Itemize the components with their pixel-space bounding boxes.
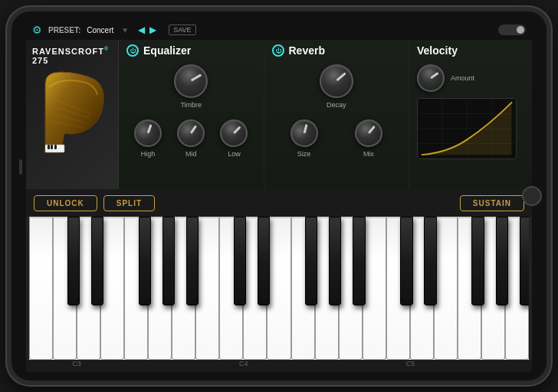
- home-button[interactable]: [522, 186, 542, 206]
- unlock-button[interactable]: UNLOCK: [34, 195, 97, 211]
- black-key[interactable]: [186, 217, 199, 305]
- app-title: RAVENSCROFT® 275: [32, 46, 112, 65]
- black-key[interactable]: [496, 217, 508, 305]
- reverb-power-button[interactable]: ⏻: [272, 44, 284, 57]
- reverb-title: Reverb: [289, 44, 325, 57]
- black-key[interactable]: [258, 217, 270, 305]
- c3-label: C3: [72, 360, 81, 368]
- controls-row: RAVENSCROFT® 275: [26, 40, 532, 189]
- white-key[interactable]: [434, 217, 458, 360]
- c4-label: C4: [239, 360, 248, 368]
- eq-title: Equalizer: [143, 44, 191, 57]
- piano-image-panel: RAVENSCROFT® 275: [26, 40, 118, 189]
- power-toggle[interactable]: [498, 24, 526, 35]
- preset-name: Concert: [87, 26, 113, 34]
- size-knob[interactable]: [287, 116, 321, 150]
- top-bar: ⚙ PRESET: Concert ▼ ◀ ▶ SAVE: [26, 20, 532, 40]
- split-button[interactable]: SPLIT: [103, 195, 155, 211]
- velocity-amount-knob[interactable]: [412, 60, 449, 96]
- low-knob[interactable]: [217, 116, 251, 150]
- low-label: Low: [228, 150, 241, 158]
- mix-knob[interactable]: [353, 117, 385, 149]
- white-key[interactable]: [267, 217, 290, 360]
- size-knob-group: Size: [290, 119, 318, 158]
- prev-button[interactable]: ◀: [138, 24, 145, 35]
- preset-dropdown-icon[interactable]: ▼: [121, 26, 129, 34]
- svg-rect-1: [48, 145, 50, 149]
- decay-knob-group: Decay: [320, 64, 353, 109]
- white-keys: [29, 217, 529, 360]
- reverb-header: ⏻ Reverb: [272, 44, 402, 57]
- black-key[interactable]: [424, 217, 436, 305]
- svg-rect-3: [54, 145, 57, 149]
- trademark: ®: [104, 46, 109, 51]
- svg-rect-2: [51, 145, 53, 149]
- eq-header: ⏻ Equalizer: [126, 44, 256, 57]
- high-knob[interactable]: [132, 117, 164, 149]
- gear-icon[interactable]: ⚙: [32, 24, 42, 36]
- timbre-knob[interactable]: [168, 58, 214, 104]
- screen: ⚙ PRESET: Concert ▼ ◀ ▶ SAVE RAVENSCROFT…: [26, 20, 532, 372]
- timbre-knob-group: Timbre: [174, 64, 208, 109]
- reverb-section: ⏻ Reverb Decay Size: [264, 40, 410, 189]
- black-key[interactable]: [139, 217, 151, 305]
- black-key[interactable]: [234, 217, 246, 305]
- timbre-label: Timbre: [180, 101, 202, 109]
- mid-knob-group: Mid: [177, 119, 205, 158]
- keyboard-area: C3 C4 C5: [26, 217, 532, 372]
- high-knob-group: High: [134, 119, 162, 158]
- white-key[interactable]: [29, 217, 53, 360]
- velocity-amount-label: Amount: [451, 74, 474, 82]
- decay-knob[interactable]: [315, 60, 358, 103]
- c5-label: C5: [406, 360, 415, 368]
- velocity-knob-row: Amount: [417, 64, 524, 92]
- velocity-title: Velocity: [417, 44, 458, 57]
- tablet: ⚙ PRESET: Concert ▼ ◀ ▶ SAVE RAVENSCROFT…: [7, 7, 551, 385]
- high-label: High: [141, 150, 156, 158]
- nav-buttons: ◀ ▶: [138, 24, 156, 35]
- save-button[interactable]: SAVE: [169, 24, 195, 35]
- black-key[interactable]: [520, 217, 529, 305]
- button-row: UNLOCK SPLIT SUSTAIN: [26, 189, 532, 217]
- mix-knob-group: Mix: [355, 119, 382, 158]
- mid-knob[interactable]: [176, 118, 206, 148]
- eq-knobs-row: High Mid Low: [126, 119, 256, 158]
- low-knob-group: Low: [220, 119, 248, 158]
- keyboard-labels: C3 C4 C5: [26, 360, 532, 372]
- black-key[interactable]: [91, 217, 103, 305]
- equalizer-section: ⏻ Equalizer Timbre High: [118, 40, 264, 189]
- velocity-section: Velocity Amount: [409, 40, 532, 189]
- black-key[interactable]: [353, 217, 365, 305]
- black-key[interactable]: [400, 217, 412, 305]
- eq-timbre-row: Timbre: [126, 64, 256, 109]
- side-button[interactable]: [19, 159, 22, 175]
- black-key[interactable]: [305, 217, 317, 305]
- white-key[interactable]: [100, 217, 124, 360]
- velocity-curve-display: [417, 98, 517, 159]
- velocity-header: Velocity: [417, 44, 524, 57]
- piano-graphic: [38, 68, 107, 168]
- next-button[interactable]: ▶: [149, 24, 156, 35]
- reverb-knobs-row: Size Mix: [272, 119, 402, 158]
- black-key[interactable]: [329, 217, 341, 305]
- eq-power-button[interactable]: ⏻: [126, 44, 139, 57]
- mid-label: Mid: [185, 150, 197, 158]
- main-area: RAVENSCROFT® 275: [26, 40, 532, 372]
- piano-keyboard[interactable]: [29, 217, 529, 360]
- preset-label: PRESET:: [48, 26, 80, 34]
- reverb-decay-row: Decay: [272, 64, 402, 109]
- mix-label: Mix: [363, 150, 374, 158]
- black-key[interactable]: [67, 217, 80, 305]
- size-label: Size: [297, 150, 311, 158]
- sustain-button[interactable]: SUSTAIN: [460, 195, 524, 211]
- black-key[interactable]: [471, 217, 484, 305]
- black-key[interactable]: [162, 217, 175, 305]
- decay-label: Decay: [327, 101, 346, 109]
- white-key[interactable]: [363, 217, 386, 360]
- white-key[interactable]: [195, 217, 219, 360]
